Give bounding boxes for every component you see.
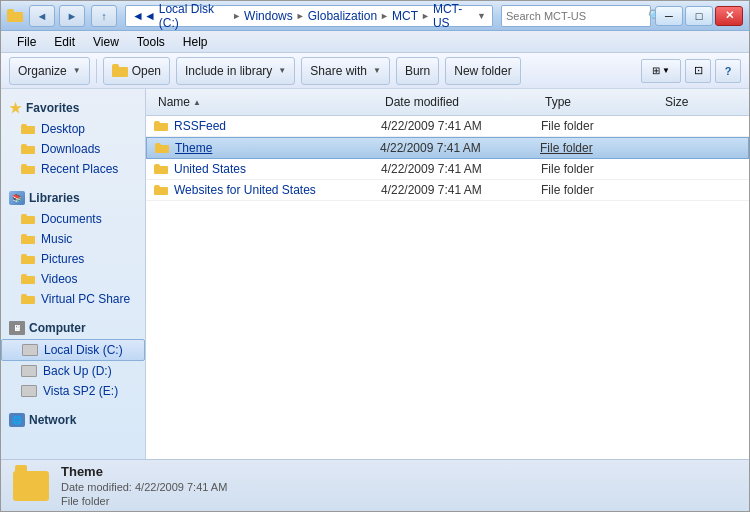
file-type: File folder [541, 183, 661, 197]
sidebar-item-documents[interactable]: Documents [1, 209, 145, 229]
breadcrumb-part[interactable]: ◄◄ Local Disk (C:) ► Windows ► Globaliza… [132, 2, 474, 30]
window-controls: ─ □ ✕ [655, 6, 743, 26]
file-list-header: Name ▲ Date modified Type Size [146, 89, 749, 116]
sidebar-item-virtual-pc[interactable]: Virtual PC Share [1, 289, 145, 309]
open-button[interactable]: Open [103, 57, 170, 85]
sidebar-computer-header[interactable]: 🖥 Computer [1, 317, 145, 339]
menu-view[interactable]: View [85, 33, 127, 51]
sidebar-item-music[interactable]: Music [1, 229, 145, 249]
menu-bar: File Edit View Tools Help [1, 31, 749, 53]
sidebar-item-vista-sp2[interactable]: Vista SP2 (E:) [1, 381, 145, 401]
folder-icon [154, 121, 168, 132]
folder-icon [21, 234, 35, 245]
burn-button[interactable]: Burn [396, 57, 439, 85]
toolbar-separator [96, 59, 97, 83]
favorites-star-icon: ★ [9, 101, 22, 115]
status-filename: Theme [61, 464, 227, 479]
table-row[interactable]: Theme 4/22/2009 7:41 AM File folder [146, 137, 749, 159]
include-in-library-button[interactable]: Include in library ▼ [176, 57, 295, 85]
view-options-button[interactable]: ⊞ ▼ [641, 59, 681, 83]
toolbar-right: ⊞ ▼ ⊡ ? [641, 59, 741, 83]
organize-button[interactable]: Organize ▼ [9, 57, 90, 85]
file-date: 4/22/2009 7:41 AM [381, 119, 541, 133]
sidebar-favorites-section: ★ Favorites Desktop Downloads Recent Pla… [1, 97, 145, 179]
folder-icon [21, 294, 35, 305]
include-dropdown-icon: ▼ [278, 66, 286, 75]
sidebar-item-pictures[interactable]: Pictures [1, 249, 145, 269]
search-input[interactable] [506, 10, 644, 22]
up-button[interactable]: ↑ [91, 5, 117, 27]
col-header-date[interactable]: Date modified [381, 93, 541, 111]
share-with-button[interactable]: Share with ▼ [301, 57, 390, 85]
sidebar-item-videos[interactable]: Videos [1, 269, 145, 289]
sidebar-network-section: 🌐 Network [1, 409, 145, 431]
computer-icon: 🖥 [9, 321, 25, 335]
menu-tools[interactable]: Tools [129, 33, 173, 51]
sidebar-item-backup[interactable]: Back Up (D:) [1, 361, 145, 381]
breadcrumb-dropdown-icon[interactable]: ▼ [477, 11, 486, 21]
close-button[interactable]: ✕ [715, 6, 743, 26]
view-dropdown-icon: ▼ [662, 66, 670, 75]
drive-icon [21, 385, 37, 397]
organize-dropdown-icon: ▼ [73, 66, 81, 75]
file-list: Name ▲ Date modified Type Size RSSFeed [146, 89, 749, 459]
sidebar-item-recent-places[interactable]: Recent Places [1, 159, 145, 179]
breadcrumb-arrow-icon: ► [296, 11, 305, 21]
new-folder-button[interactable]: New folder [445, 57, 520, 85]
menu-help[interactable]: Help [175, 33, 216, 51]
sidebar-item-desktop[interactable]: Desktop [1, 119, 145, 139]
status-type: File folder [61, 495, 227, 507]
folder-icon [21, 124, 35, 135]
help-button[interactable]: ? [715, 59, 741, 83]
sidebar-item-downloads[interactable]: Downloads [1, 139, 145, 159]
sidebar-computer-section: 🖥 Computer Local Disk (C:) Back Up (D:) … [1, 317, 145, 401]
folder-icon [154, 164, 168, 175]
folder-icon [21, 164, 35, 175]
libraries-icon: 📚 [9, 191, 25, 205]
file-date: 4/22/2009 7:41 AM [380, 141, 540, 155]
menu-edit[interactable]: Edit [46, 33, 83, 51]
sort-arrow-icon: ▲ [193, 98, 201, 107]
file-type: File folder [541, 162, 661, 176]
sidebar-network-header[interactable]: 🌐 Network [1, 409, 145, 431]
minimize-button[interactable]: ─ [655, 6, 683, 26]
status-folder-icon [13, 471, 49, 501]
forward-button[interactable]: ► [59, 5, 85, 27]
file-name: Theme [155, 141, 380, 155]
file-date: 4/22/2009 7:41 AM [381, 162, 541, 176]
breadcrumb[interactable]: ◄◄ Local Disk (C:) ► Windows ► Globaliza… [125, 5, 493, 27]
file-type: File folder [540, 141, 660, 155]
toolbar: Organize ▼ Open Include in library ▼ Sha… [1, 53, 749, 89]
breadcrumb-arrow-icon: ► [380, 11, 389, 21]
title-bar-left: ◄ ► ↑ ◄◄ Local Disk (C:) ► Windows ► Glo… [7, 5, 651, 27]
search-bar[interactable]: 🔍 [501, 5, 651, 27]
status-detail: Date modified: 4/22/2009 7:41 AM [61, 481, 227, 493]
table-row[interactable]: United States 4/22/2009 7:41 AM File fol… [146, 159, 749, 180]
file-type: File folder [541, 119, 661, 133]
share-dropdown-icon: ▼ [373, 66, 381, 75]
back-button[interactable]: ◄ [29, 5, 55, 27]
breadcrumb-arrow-icon: ► [421, 11, 430, 21]
sidebar-libraries-section: 📚 Libraries Documents Music Pictures [1, 187, 145, 309]
col-header-size[interactable]: Size [661, 93, 741, 111]
folder-icon [21, 214, 35, 225]
preview-pane-button[interactable]: ⊡ [685, 59, 711, 83]
drive-icon [22, 344, 38, 356]
menu-file[interactable]: File [9, 33, 44, 51]
file-date: 4/22/2009 7:41 AM [381, 183, 541, 197]
sidebar-libraries-header[interactable]: 📚 Libraries [1, 187, 145, 209]
table-row[interactable]: RSSFeed 4/22/2009 7:41 AM File folder [146, 116, 749, 137]
folder-icon [21, 144, 35, 155]
folder-icon [21, 254, 35, 265]
folder-icon [155, 143, 169, 154]
col-header-type[interactable]: Type [541, 93, 661, 111]
sidebar-item-local-disk[interactable]: Local Disk (C:) [1, 339, 145, 361]
table-row[interactable]: Websites for United States 4/22/2009 7:4… [146, 180, 749, 201]
sidebar-favorites-header[interactable]: ★ Favorites [1, 97, 145, 119]
folder-icon [154, 185, 168, 196]
file-name: Websites for United States [154, 183, 381, 197]
maximize-button[interactable]: □ [685, 6, 713, 26]
explorer-window: ◄ ► ↑ ◄◄ Local Disk (C:) ► Windows ► Glo… [0, 0, 750, 512]
col-header-name[interactable]: Name ▲ [154, 93, 381, 111]
file-name: RSSFeed [154, 119, 381, 133]
